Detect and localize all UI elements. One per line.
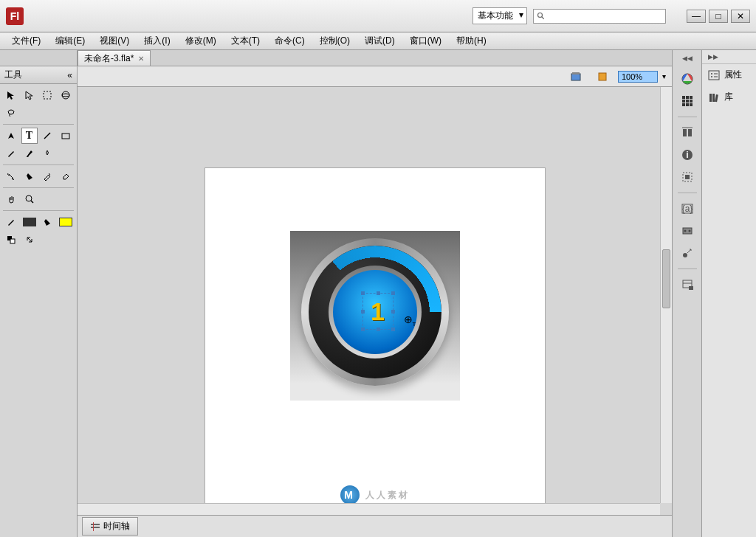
- workspace-selector[interactable]: 基本功能: [472, 7, 527, 24]
- rectangle-tool[interactable]: [58, 128, 74, 144]
- menu-window[interactable]: 窗口(W): [402, 32, 449, 49]
- menu-commands[interactable]: 命令(C): [267, 32, 312, 49]
- menu-edit[interactable]: 编辑(E): [48, 32, 92, 49]
- svg-line-5: [44, 133, 50, 139]
- handle-br[interactable]: [391, 328, 395, 331]
- minimize-button[interactable]: —: [687, 10, 706, 23]
- menu-help[interactable]: 帮助(H): [449, 32, 494, 49]
- black-white-tool[interactable]: [3, 232, 19, 248]
- main-area: 工具 « T: [0, 50, 756, 537]
- components-panel-icon[interactable]: [676, 221, 698, 240]
- zoom-tool[interactable]: [21, 191, 38, 207]
- menu-text[interactable]: 文本(T): [224, 32, 267, 49]
- stroke-color[interactable]: [3, 214, 19, 230]
- menu-insert[interactable]: 插入(I): [137, 32, 177, 49]
- handle-tm[interactable]: [377, 291, 380, 295]
- transform-panel-icon[interactable]: [676, 167, 698, 187]
- lasso-tool[interactable]: [3, 105, 19, 121]
- properties-icon: [708, 70, 720, 80]
- library-tab[interactable]: 库: [702, 86, 756, 108]
- swap-colors-tool[interactable]: [21, 232, 38, 248]
- stage-scroll-area[interactable]: 1 ⊕T M 人人素材: [78, 87, 672, 515]
- svg-rect-22: [686, 100, 689, 103]
- svg-rect-28: [688, 129, 692, 136]
- menu-debug[interactable]: 调试(D): [357, 32, 402, 49]
- swatches-panel-icon[interactable]: [676, 91, 698, 111]
- brush-tool[interactable]: [21, 145, 38, 162]
- artwork: 1 ⊕T: [290, 231, 460, 401]
- svg-text:i: i: [686, 150, 688, 160]
- handle-bl[interactable]: [361, 328, 365, 331]
- properties-tab[interactable]: 属性: [702, 64, 756, 86]
- motion-presets-icon[interactable]: [676, 243, 698, 263]
- bone-tool[interactable]: [3, 168, 19, 184]
- svg-rect-13: [599, 73, 606, 80]
- pencil-tool[interactable]: [3, 145, 19, 162]
- symbol-icon[interactable]: [591, 67, 614, 86]
- info-panel-icon[interactable]: i: [676, 145, 698, 164]
- handle-mr[interactable]: [391, 310, 395, 313]
- handle-bm[interactable]: [377, 328, 380, 331]
- horizontal-scrollbar[interactable]: [78, 503, 660, 515]
- scrollbar-thumb[interactable]: [662, 249, 670, 308]
- fill-color[interactable]: [39, 214, 55, 230]
- stage[interactable]: 1 ⊕T: [205, 168, 545, 507]
- document-area: 未命名-3.fla* ✕ ▾ 1: [78, 50, 672, 537]
- zoom-dropdown-icon[interactable]: ▾: [662, 72, 666, 80]
- maximize-button[interactable]: □: [709, 10, 728, 23]
- handle-tr[interactable]: [391, 291, 395, 295]
- deco-tool[interactable]: [39, 145, 55, 162]
- tools-panel-header[interactable]: 工具 «: [0, 66, 77, 84]
- paint-bucket-tool[interactable]: [21, 168, 38, 184]
- collapse-right-icon[interactable]: ▶▶: [702, 50, 756, 64]
- line-tool[interactable]: [39, 128, 55, 144]
- close-button[interactable]: ✕: [731, 10, 750, 23]
- properties-label: 属性: [724, 69, 742, 81]
- collapse-icon[interactable]: «: [67, 70, 72, 80]
- handle-tl[interactable]: [361, 291, 365, 295]
- subselection-tool[interactable]: [21, 87, 38, 103]
- search-field[interactable]: [546, 12, 662, 21]
- tab-close-icon[interactable]: ✕: [138, 55, 144, 63]
- window-controls: — □ ✕: [687, 10, 750, 23]
- timeline-icon: [90, 522, 100, 531]
- vertical-scrollbar[interactable]: [660, 87, 672, 503]
- document-tab[interactable]: 未命名-3.fla* ✕: [78, 50, 151, 66]
- expand-panels-icon[interactable]: ◀◀: [682, 55, 693, 62]
- bottom-bar: 时间轴: [78, 515, 672, 537]
- menu-control[interactable]: 控制(O): [312, 32, 357, 49]
- timeline-label: 时间轴: [103, 520, 130, 533]
- svg-point-38: [688, 230, 690, 232]
- code-snippets-icon[interactable]: {a}: [676, 199, 698, 218]
- handle-ml[interactable]: [361, 310, 365, 313]
- scene-icon[interactable]: [565, 67, 587, 86]
- svg-point-44: [711, 73, 712, 75]
- text-selection-box[interactable]: 1: [362, 293, 394, 330]
- eraser-tool[interactable]: [58, 168, 74, 184]
- align-panel-icon[interactable]: [676, 123, 698, 142]
- menu-view[interactable]: 视图(V): [92, 32, 137, 49]
- project-panel-icon[interactable]: [676, 275, 698, 294]
- search-input[interactable]: [533, 9, 666, 24]
- menu-file[interactable]: 文件(F): [4, 32, 48, 49]
- timeline-button[interactable]: 时间轴: [82, 517, 138, 536]
- svg-rect-2: [44, 91, 51, 99]
- zoom-input[interactable]: [618, 71, 658, 83]
- svg-rect-50: [715, 94, 718, 101]
- 3d-rotation-tool[interactable]: [58, 87, 74, 103]
- search-icon: [537, 12, 546, 21]
- color-panel-icon[interactable]: [676, 69, 698, 89]
- workspace-label: 基本功能: [478, 10, 513, 21]
- text-content[interactable]: 1: [371, 297, 385, 326]
- hand-tool[interactable]: [3, 191, 19, 207]
- fill-swatch[interactable]: [58, 214, 74, 230]
- text-tool[interactable]: T: [21, 128, 38, 144]
- svg-rect-6: [62, 134, 69, 139]
- selection-tool[interactable]: [3, 87, 19, 103]
- pen-tool[interactable]: [3, 128, 19, 144]
- free-transform-tool[interactable]: [39, 87, 55, 103]
- svg-point-39: [683, 253, 687, 257]
- eyedropper-tool[interactable]: [39, 168, 55, 184]
- stroke-swatch[interactable]: [21, 214, 38, 230]
- menu-modify[interactable]: 修改(M): [178, 32, 224, 49]
